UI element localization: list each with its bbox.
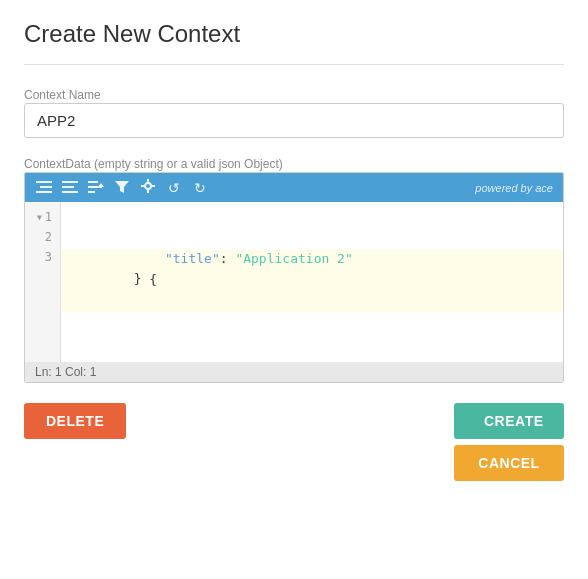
svg-rect-13 bbox=[147, 190, 149, 193]
svg-rect-1 bbox=[40, 186, 52, 188]
filter-icon[interactable] bbox=[113, 180, 131, 196]
action-buttons: DELETE CREATE CANCEL bbox=[24, 403, 564, 481]
cancel-button[interactable]: CANCEL bbox=[454, 445, 564, 481]
svg-rect-15 bbox=[152, 185, 155, 187]
editor-toolbar: ↺ ↻ powered by ace bbox=[25, 173, 563, 202]
svg-rect-12 bbox=[147, 179, 149, 182]
create-button[interactable]: CREATE bbox=[454, 403, 564, 439]
undo-icon[interactable]: ↺ bbox=[165, 180, 183, 196]
page-title: Create New Context bbox=[24, 20, 564, 48]
svg-rect-0 bbox=[36, 181, 52, 183]
svg-marker-10 bbox=[115, 181, 129, 193]
svg-marker-9 bbox=[98, 183, 104, 187]
code-line-2: "title": "Application 2" bbox=[71, 228, 553, 248]
context-name-label: Context Name bbox=[24, 88, 101, 102]
delete-button[interactable]: DELETE bbox=[24, 403, 126, 439]
svg-rect-3 bbox=[62, 181, 78, 183]
line-numbers: ▼ 1 2 3 bbox=[25, 202, 61, 362]
line-number-1: ▼ 1 bbox=[33, 208, 52, 228]
right-button-group: CREATE CANCEL bbox=[454, 403, 564, 481]
indent-icon[interactable] bbox=[35, 180, 53, 196]
line-number-2: 2 bbox=[33, 228, 52, 248]
powered-by-label: powered by ace bbox=[475, 182, 553, 194]
unindent-icon[interactable] bbox=[61, 180, 79, 196]
redo-icon[interactable]: ↻ bbox=[191, 180, 209, 196]
code-editor[interactable]: ↺ ↻ powered by ace ▼ 1 2 3 { bbox=[24, 172, 564, 383]
title-divider bbox=[24, 64, 564, 65]
svg-rect-2 bbox=[36, 191, 52, 193]
svg-rect-14 bbox=[141, 185, 144, 187]
context-name-input[interactable] bbox=[24, 103, 564, 138]
editor-body[interactable]: ▼ 1 2 3 { "title": "Application 2" } bbox=[25, 202, 563, 362]
toolbar-icons: ↺ ↻ bbox=[35, 179, 209, 196]
line-number-3: 3 bbox=[33, 248, 52, 268]
editor-statusbar: Ln: 1 Col: 1 bbox=[25, 362, 563, 382]
svg-rect-4 bbox=[62, 186, 74, 188]
sort-icon[interactable] bbox=[87, 180, 105, 196]
svg-rect-8 bbox=[88, 191, 95, 193]
svg-rect-5 bbox=[62, 191, 78, 193]
svg-rect-6 bbox=[88, 181, 98, 183]
settings-icon[interactable] bbox=[139, 179, 157, 196]
svg-point-11 bbox=[145, 183, 151, 189]
fold-arrow-1: ▼ bbox=[37, 212, 42, 225]
code-line-1: { bbox=[71, 208, 553, 228]
editor-text-area[interactable]: { "title": "Application 2" } bbox=[61, 202, 563, 362]
context-data-label: ContextData (empty string or a valid jso… bbox=[24, 157, 283, 171]
